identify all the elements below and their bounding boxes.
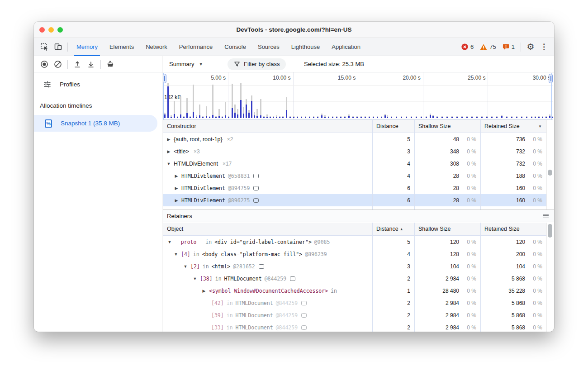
snapshot-item[interactable]: % Snapshot 1 (35.8 MB) (34, 115, 157, 132)
live-bar (396, 117, 397, 118)
distance-cell: 1 (372, 285, 414, 297)
class-filter-input[interactable]: Filter by class (228, 58, 286, 70)
reveal-in-elements-icon[interactable] (253, 174, 259, 178)
tab-sources[interactable]: Sources (252, 38, 285, 56)
live-bar (174, 114, 175, 118)
range-start-handle[interactable] (163, 74, 166, 83)
expand-closed-icon[interactable]: ▶ (174, 186, 179, 190)
console-errors-badge[interactable]: 6 (461, 43, 474, 50)
issues-badge[interactable]: 1 (503, 43, 515, 50)
retained-size-column-header[interactable]: Retained Size (480, 223, 546, 235)
device-toolbar-icon[interactable] (51, 41, 65, 53)
retainer-row[interactable]: ▼[38]inHTMLDocument@84425922 9840 %5 868… (163, 272, 553, 285)
retainer-row[interactable]: [33]inHTMLDocument@84425922 9840 %5 8680… (163, 321, 553, 332)
tab-performance[interactable]: Performance (173, 38, 218, 56)
retainers-scrollbar-thumb[interactable] (548, 224, 552, 238)
constructor-row[interactable]: ▶HTMLDivElement@6588314280 %1880 % (163, 170, 553, 182)
load-profile-icon[interactable] (71, 58, 84, 71)
tab-elements[interactable]: Elements (104, 38, 140, 56)
distance-column-header[interactable]: Distance (372, 120, 414, 133)
tab-console[interactable]: Console (218, 38, 252, 56)
live-bar (491, 117, 493, 118)
reveal-in-elements-icon[interactable] (301, 313, 307, 318)
clear-garbage-brush-icon[interactable] (104, 58, 117, 71)
expand-closed-icon[interactable]: ▶ (166, 137, 171, 142)
live-bar (196, 117, 197, 118)
retained-size-cell: 35 2280 % (480, 285, 546, 297)
title-bar: DevTools - store.google.com/?hl=en-US (34, 22, 554, 38)
expand-open-icon[interactable]: ▼ (166, 162, 171, 166)
expand-closed-icon[interactable]: ▶ (166, 149, 171, 154)
retainer-row[interactable]: [42]inHTMLDocument@84425922 9840 %5 8680… (163, 297, 553, 309)
constructor-row[interactable]: ▶{auth, root, root-1p}×25480 %7360 % (163, 133, 553, 145)
retainer-row[interactable]: [39]inHTMLDocument@84425922 9840 %5 8680… (163, 309, 553, 321)
settings-gear-icon[interactable]: ⚙ (524, 41, 537, 53)
retainer-row[interactable]: ▼[4]in<body class="platform-mac fill">@8… (163, 248, 553, 260)
panel-tabs: MemoryElementsNetworkPerformanceConsoleS… (71, 38, 366, 56)
retainer-row[interactable]: ▶<symbol Window#DocumentCachedAccessor>i… (163, 285, 553, 297)
expand-open-icon[interactable]: ▼ (183, 264, 188, 269)
tab-application[interactable]: Application (326, 38, 366, 56)
live-bar (297, 117, 298, 118)
expand-open-icon[interactable]: ▼ (193, 276, 197, 281)
pane-divider[interactable] (162, 56, 162, 332)
live-bar (276, 117, 277, 118)
object-column-header[interactable]: Object (163, 223, 372, 235)
more-options-icon[interactable]: ⋮ (537, 43, 550, 51)
reveal-in-elements-icon[interactable] (301, 325, 307, 330)
expand-closed-icon[interactable]: ▶ (202, 289, 206, 293)
save-profile-icon[interactable] (84, 58, 98, 71)
inspect-element-icon[interactable] (38, 41, 51, 53)
live-bar (340, 117, 341, 118)
error-count: 6 (470, 43, 474, 50)
tab-network[interactable]: Network (140, 38, 173, 56)
class-filter-placeholder: Filter by class (244, 61, 280, 67)
constructor-row[interactable]: ▶<title>×333480 %7320 % (163, 145, 553, 157)
constructor-column-header[interactable]: Constructor (163, 120, 372, 133)
retained-size-column-header[interactable]: Retained Size▼ (480, 120, 546, 133)
expand-closed-icon[interactable]: ▶ (174, 198, 179, 203)
retained-size-cell: 1600 % (480, 194, 546, 206)
live-bar (391, 117, 392, 118)
expand-open-icon[interactable]: ▼ (174, 252, 178, 257)
constructor-row[interactable]: ▶HTMLDivElement@8962756280 %1600 % (163, 194, 553, 206)
live-bar (209, 117, 210, 118)
tab-memory[interactable]: Memory (71, 38, 104, 56)
retainers-scrollbar[interactable] (546, 223, 553, 332)
allocation-timeline-overview[interactable]: 5.00 s10.00 s15.00 s20.00 s25.00 s30.00 … (163, 72, 553, 120)
range-end-handle[interactable] (549, 74, 553, 83)
constructor-scrollbar-thumb[interactable] (548, 170, 552, 176)
constructor-row[interactable]: ▶HTMLDivElement@8947596280 %1600 % (163, 182, 553, 194)
reveal-in-elements-icon[interactable] (253, 186, 259, 190)
profiles-header[interactable]: Profiles (34, 76, 159, 92)
distance-column-header[interactable]: Distance▲ (372, 223, 414, 235)
reveal-in-elements-icon[interactable] (259, 264, 264, 269)
live-bar (206, 116, 207, 118)
object-cell: ▶HTMLDivElement (163, 206, 372, 209)
expand-closed-icon[interactable]: ▶ (174, 174, 179, 178)
reveal-in-elements-icon[interactable] (253, 198, 259, 203)
retainers-menu-icon[interactable] (543, 214, 549, 218)
retainer-row[interactable]: ▼[2]in<html>@28165231040 %1040 % (163, 260, 553, 272)
perspective-select[interactable]: Summary ▼ (166, 59, 206, 69)
tab-lighthouse[interactable]: Lighthouse (285, 38, 326, 56)
live-bar (545, 117, 547, 118)
clear-profiles-icon[interactable] (51, 58, 65, 71)
console-warnings-badge[interactable]: 75 (480, 43, 496, 50)
object-id: @658831 (228, 173, 250, 179)
constructor-row[interactable]: ▶HTMLDivElement (163, 206, 553, 209)
reveal-in-elements-icon[interactable] (290, 276, 295, 281)
constructor-row[interactable]: ▼HTMLDivElement×1743080 %7320 % (163, 157, 553, 170)
reveal-in-elements-icon[interactable] (301, 301, 307, 305)
live-bar (251, 101, 252, 118)
retainer-row[interactable]: ▼__proto__in<div id="grid-label-containe… (163, 236, 553, 248)
record-heap-button[interactable] (38, 58, 51, 71)
constructor-scrollbar[interactable] (546, 120, 553, 209)
shallow-size-cell (414, 206, 480, 209)
retainers-title: Retainers (167, 213, 192, 219)
shallow-size-column-header[interactable]: Shallow Size (414, 223, 480, 235)
live-bar (246, 105, 247, 118)
expand-open-icon[interactable]: ▼ (167, 240, 172, 244)
live-bar (282, 117, 284, 118)
shallow-size-column-header[interactable]: Shallow Size (414, 120, 480, 133)
